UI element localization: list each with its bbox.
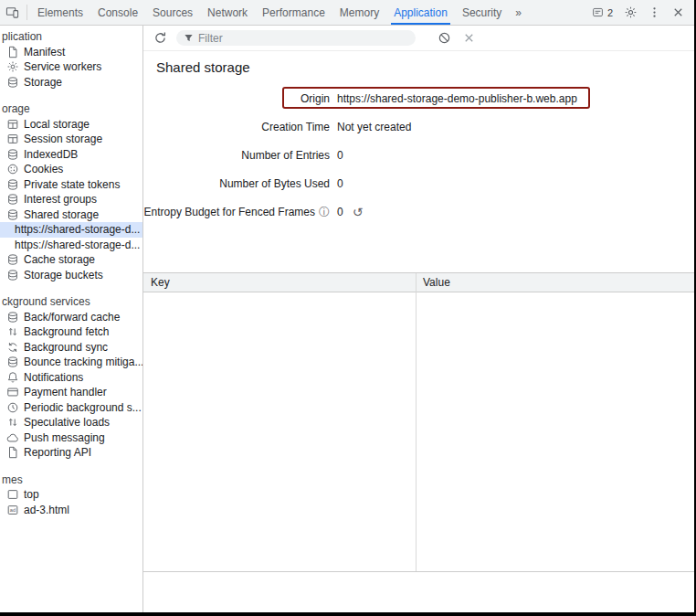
console-messages-count: 2 <box>607 7 613 18</box>
sidebar-item-push-messaging[interactable]: Push messaging <box>0 430 142 446</box>
sidebar-item-label: IndexedDB <box>24 148 78 161</box>
sidebar-section: orageLocal storageSession storageIndexed… <box>0 101 142 282</box>
frame-icon <box>6 488 19 501</box>
sidebar-item-shared-storage[interactable]: Shared storage <box>0 207 142 223</box>
sidebar-item-background-sync[interactable]: Background sync <box>0 340 142 356</box>
sidebar-item-label: Reporting API <box>24 446 91 459</box>
sidebar-item-label: Storage <box>24 76 62 89</box>
sidebar-section-header: mes <box>0 473 142 488</box>
sidebar-item-manifest[interactable]: Manifest <box>0 45 142 60</box>
svg-text:ad: ad <box>10 507 16 513</box>
sidebar-item-cookies[interactable]: Cookies <box>0 162 142 177</box>
sidebar-item-local-storage[interactable]: Local storage <box>0 117 142 133</box>
sidebar-item-private-state-tokens[interactable]: Private state tokens <box>0 177 142 193</box>
tab-performance[interactable]: Performance <box>255 0 332 25</box>
sidebar-item-storage-buckets[interactable]: Storage buckets <box>0 268 142 283</box>
column-divider[interactable] <box>416 273 417 571</box>
close-devtools-button[interactable] <box>666 5 690 19</box>
service-worker-icon <box>6 60 19 73</box>
sidebar-item-speculative-loads[interactable]: Speculative loads <box>0 415 142 430</box>
sidebar-item-label: Back/forward cache <box>24 311 120 324</box>
sidebar-item-storage[interactable]: Storage <box>0 75 142 90</box>
toggle-device-toolbar-button[interactable] <box>0 0 24 25</box>
sidebar-item-bounce-tracking-mitiga[interactable]: Bounce tracking mitiga... <box>0 355 142 370</box>
tab-memory[interactable]: Memory <box>332 0 386 25</box>
sidebar-item-session-storage[interactable]: Session storage <box>0 132 142 147</box>
filter-input[interactable] <box>198 32 408 45</box>
column-header-key[interactable]: Key <box>143 276 416 289</box>
sidebar-item-service-workers[interactable]: Service workers <box>0 59 142 75</box>
toolbar-separator <box>26 5 27 20</box>
sidebar-item-notifications[interactable]: Notifications <box>0 370 142 386</box>
info-icon[interactable]: ⓘ <box>319 207 330 218</box>
sidebar-item-periodic-background-s[interactable]: Periodic background s... <box>0 400 142 416</box>
refresh-button[interactable] <box>152 30 168 47</box>
menu-button[interactable] <box>642 5 666 19</box>
tab-elements[interactable]: Elements <box>30 0 90 25</box>
database-icon <box>6 311 19 324</box>
tab-console[interactable]: Console <box>90 0 145 25</box>
devtools-tabbar: ElementsConsoleSourcesNetworkPerformance… <box>0 0 694 26</box>
cloud-icon <box>6 431 19 444</box>
filter-box[interactable] <box>176 30 416 46</box>
sidebar-item-label: Cache storage <box>24 253 95 266</box>
sidebar-item-label: Speculative loads <box>24 416 110 429</box>
tab-network[interactable]: Network <box>200 0 255 25</box>
sidebar-item-indexeddb[interactable]: IndexedDB <box>0 147 142 163</box>
sidebar-section: plicationManifestService workersStorage <box>0 29 142 90</box>
sidebar-item-label: ad-3.html <box>24 504 69 516</box>
entries-table: Key Value <box>143 272 694 572</box>
field-value: https://shared-storage-demo-publisher-b.… <box>337 92 694 105</box>
ad-frame-icon: ad <box>6 504 19 516</box>
field-row-origin: Originhttps://shared-storage-demo-publis… <box>143 84 694 112</box>
sidebar-item-back-forward-cache[interactable]: Back/forward cache <box>0 310 142 325</box>
more-tabs-button[interactable]: » <box>509 0 528 25</box>
sidebar-item-payment-handler[interactable]: Payment handler <box>0 385 142 400</box>
sidebar-item-ad-3-html[interactable]: adad-3.html <box>0 503 142 518</box>
sidebar-item-interest-groups[interactable]: Interest groups <box>0 192 142 207</box>
console-messages-icon <box>592 6 604 18</box>
sidebar-item-label: Session storage <box>24 133 102 145</box>
sidebar-section-header: orage <box>0 101 142 117</box>
tab-sources[interactable]: Sources <box>145 0 200 25</box>
field-label: Creation Time <box>143 121 330 133</box>
sidebar-item-reporting-api[interactable]: Reporting API <box>0 445 142 461</box>
tab-security[interactable]: Security <box>455 0 509 25</box>
sidebar-section-header: plication <box>0 29 142 45</box>
sidebar-item-label: https://shared-storage-d... <box>15 223 140 236</box>
field-label: Number of Entries <box>143 149 330 162</box>
shared-storage-panel: Shared storage Originhttps://shared-stor… <box>143 26 694 612</box>
bell-icon <box>6 371 19 384</box>
database-icon <box>6 356 19 368</box>
sidebar-item-label: Local storage <box>24 118 90 131</box>
database-icon <box>6 148 19 161</box>
tab-application[interactable]: Application <box>386 0 455 25</box>
gear-icon <box>624 5 638 19</box>
clear-icon <box>462 31 476 45</box>
sidebar-item-https-shared-storage-d[interactable]: https://shared-storage-d... <box>0 222 142 238</box>
sidebar-item-top[interactable]: top <box>0 487 142 503</box>
clear-button[interactable] <box>460 30 477 47</box>
sidebar-item-label: top <box>24 488 39 501</box>
speculative-loads-icon <box>6 416 19 429</box>
sidebar-item-label: Background fetch <box>24 325 109 338</box>
sidebar-item-cache-storage[interactable]: Cache storage <box>0 252 142 268</box>
sidebar-item-label: https://shared-storage-d... <box>15 239 140 251</box>
database-icon <box>6 76 19 89</box>
metadata-fields: Originhttps://shared-storage-demo-publis… <box>143 84 694 226</box>
entries-table-header: Key Value <box>143 273 694 292</box>
sidebar-item-https-shared-storage-d[interactable]: https://shared-storage-d... <box>0 238 142 253</box>
field-value: 0↺ <box>337 206 694 218</box>
sidebar-item-background-fetch[interactable]: Background fetch <box>0 324 142 340</box>
kebab-menu-icon <box>648 5 661 19</box>
database-icon <box>6 253 19 266</box>
reset-budget-button[interactable]: ↺ <box>353 206 364 218</box>
console-messages-indicator[interactable]: 2 <box>586 6 618 18</box>
database-icon <box>6 269 19 281</box>
delete-all-button[interactable] <box>436 30 452 47</box>
column-header-value[interactable]: Value <box>416 276 694 289</box>
shared-storage-content: Shared storage Originhttps://shared-stor… <box>143 51 694 612</box>
application-sidebar: plicationManifestService workersStorageo… <box>0 26 143 612</box>
settings-button[interactable] <box>618 5 642 19</box>
sidebar-item-label: Service workers <box>24 60 101 73</box>
